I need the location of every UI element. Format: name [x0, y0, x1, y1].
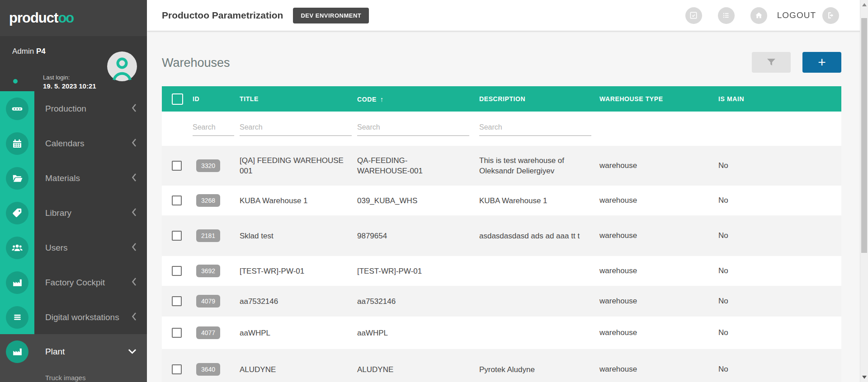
sidebar-subitem-truck-images[interactable]: Truck images — [45, 374, 85, 382]
cell-warehouse-type: warehouse — [599, 297, 718, 306]
logo-suffix: oo — [58, 10, 73, 26]
scroll-up-icon[interactable] — [862, 3, 867, 6]
sidebar-item-library[interactable]: Library — [0, 196, 147, 230]
sidebar-item-factory-cockpit[interactable]: Factory Cockpit — [0, 265, 147, 300]
cell-code: ALUDYNE — [357, 364, 393, 375]
id-badge: 4079 — [196, 295, 220, 307]
chevron-left-icon — [132, 103, 137, 114]
logout-button[interactable] — [822, 7, 839, 24]
search-input-code[interactable] — [357, 121, 469, 136]
table-row[interactable]: 3640 ALUDYNE ALUDYNE Pyrotek Aludyne war… — [162, 349, 841, 382]
add-warehouse-button[interactable]: + — [802, 52, 841, 73]
productoo-logo[interactable]: productoo — [9, 10, 73, 26]
chevron-left-icon — [132, 138, 137, 149]
search-input-description[interactable] — [479, 121, 591, 136]
column-header-is-main[interactable]: IS MAIN — [718, 95, 841, 102]
row-checkbox[interactable] — [172, 196, 182, 205]
sidebar-item-users[interactable]: Users — [0, 230, 147, 265]
sidebar-item-digital-workstations[interactable]: Digital workstations — [0, 300, 147, 335]
cell-description: asdasdasdasd ads ad aaa tt t — [479, 231, 580, 241]
table-row[interactable]: 4079 aa7532146 aa7532146 warehouse No — [162, 286, 841, 317]
logout-label[interactable]: LOGOUT — [777, 10, 816, 20]
column-header-description[interactable]: DESCRIPTION — [479, 95, 599, 102]
table-row[interactable]: 3320 [QA] FEEDING WAREHOUSE 001 QA-FEEDI… — [162, 146, 841, 186]
topbar: Productoo Parametrization DEV ENVIRONMEN… — [147, 0, 868, 31]
sidebar-item-label: Plant — [45, 347, 65, 357]
sidebar: productoo Admin P4 Last login: 19. 5. 20… — [0, 0, 147, 382]
table-row[interactable]: 3692 [TEST-WR]-PW-01 [TEST-WR]-PW-01 war… — [162, 256, 841, 286]
scroll-down-icon[interactable] — [862, 376, 867, 379]
cell-is-main: No — [718, 196, 841, 205]
sidebar-item-label: Calendars — [45, 139, 85, 149]
cell-description: KUBA Warehouse 1 — [479, 196, 547, 206]
row-checkbox[interactable] — [172, 266, 182, 276]
column-header-id[interactable]: ID — [193, 95, 240, 102]
factory-icon — [6, 340, 28, 363]
cell-title: ALUDYNE — [240, 364, 276, 375]
cell-warehouse-type: warehouse — [599, 365, 718, 374]
avatar[interactable] — [107, 51, 137, 81]
cell-title: Sklad test — [240, 231, 274, 241]
table-row[interactable]: 2181 Sklad test 9879654 asdasdasdasd ads… — [162, 215, 841, 256]
table-header-row: ID TITLE CODE↑ DESCRIPTION WAREHOUSE TYP… — [162, 86, 841, 112]
warehouses-table: ID TITLE CODE↑ DESCRIPTION WAREHOUSE TYP… — [162, 86, 841, 382]
table-search-row — [162, 112, 841, 146]
table-row[interactable]: 3268 KUBA Warehouse 1 039_KUBA_WHS KUBA … — [162, 186, 841, 215]
scrollbar-thumb[interactable] — [861, 18, 867, 253]
sidebar-item-materials[interactable]: Materials — [0, 161, 147, 196]
list-icon — [722, 11, 731, 20]
funnel-icon — [767, 58, 776, 66]
table-actions: + — [752, 52, 841, 73]
row-checkbox[interactable] — [172, 296, 182, 306]
tasks-button[interactable] — [685, 7, 702, 24]
main-content: Warehouses + ID TITLE CODE↑ DESCRIPTION … — [147, 31, 868, 382]
cell-is-main: No — [718, 297, 841, 306]
column-header-title[interactable]: TITLE — [240, 95, 357, 102]
search-input-title[interactable] — [240, 121, 352, 136]
cell-code: QA-FEEDING-WAREHOUSE-001 — [357, 155, 459, 176]
chevron-down-icon — [128, 348, 137, 356]
cell-code: aa7532146 — [357, 296, 396, 307]
column-header-warehouse-type[interactable]: WAREHOUSE TYPE — [599, 95, 718, 102]
search-input-id[interactable] — [193, 121, 234, 136]
cell-description: This is test warehouse of Oleksandr Deli… — [479, 155, 580, 176]
cell-title: KUBA Warehouse 1 — [240, 196, 308, 206]
filter-button[interactable] — [752, 52, 791, 73]
users-icon — [6, 237, 28, 259]
check-square-icon — [689, 11, 698, 20]
sidebar-item-calendars[interactable]: Calendars — [0, 126, 147, 161]
header-checkbox-cell — [162, 93, 193, 105]
chevron-left-icon — [132, 208, 137, 219]
row-checkbox[interactable] — [172, 364, 182, 374]
logo-text: product — [9, 10, 58, 26]
list-button[interactable] — [718, 7, 735, 24]
row-checkbox[interactable] — [172, 231, 182, 241]
cell-title: aaWHPL — [240, 328, 270, 338]
cell-code: [TEST-WR]-PW-01 — [357, 266, 422, 276]
cell-is-main: No — [718, 266, 841, 275]
user-block: Admin P4 Last login: 19. 5. 2023 10:21 — [0, 36, 147, 91]
page-title: Warehouses — [162, 56, 230, 70]
row-checkbox[interactable] — [172, 328, 182, 338]
cell-warehouse-type: warehouse — [599, 266, 718, 275]
cell-is-main: No — [718, 365, 841, 374]
id-badge: 2181 — [196, 229, 220, 242]
home-button[interactable] — [750, 7, 767, 24]
cell-is-main: No — [718, 231, 841, 240]
sidebar-item-label: Production — [45, 104, 86, 114]
app-title: Productoo Parametrization — [162, 10, 283, 21]
cell-title: aa7532146 — [240, 296, 278, 307]
cell-warehouse-type: warehouse — [599, 196, 718, 205]
tag-icon — [6, 202, 28, 224]
cell-code: 9879654 — [357, 231, 387, 241]
table-row[interactable]: 4077 aaWHPL aaWHPL warehouse No — [162, 317, 841, 349]
row-checkbox[interactable] — [172, 161, 182, 171]
select-all-checkbox[interactable] — [172, 93, 183, 105]
chevron-left-icon — [132, 277, 137, 288]
sidebar-item-plant[interactable]: Plant — [0, 334, 147, 369]
sidebar-item-production[interactable]: Production — [0, 91, 147, 126]
column-header-code[interactable]: CODE↑ — [357, 95, 479, 103]
id-badge: 3640 — [196, 363, 220, 376]
logo-block: productoo — [0, 0, 147, 36]
scrollbar[interactable] — [860, 0, 868, 382]
